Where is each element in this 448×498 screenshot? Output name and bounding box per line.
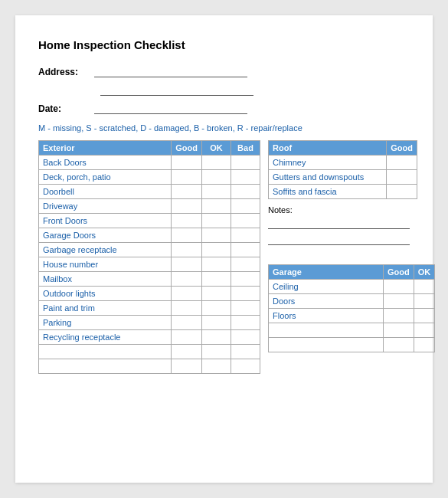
garage-good-cell[interactable] xyxy=(384,280,414,294)
table-row: Back Doors xyxy=(39,156,260,170)
exterior-item: Paint and trim xyxy=(39,301,172,316)
notes-line2[interactable] xyxy=(268,233,410,245)
garage-good-header: Good xyxy=(384,265,414,280)
garage-ok-cell[interactable] xyxy=(414,309,435,323)
exterior-bad-cell[interactable] xyxy=(231,272,260,287)
table-row: Garage Doors xyxy=(39,228,260,243)
exterior-ok-cell[interactable] xyxy=(202,301,231,316)
table-row xyxy=(269,338,435,352)
exterior-bad-cell[interactable] xyxy=(231,214,260,228)
exterior-ok-cell[interactable] xyxy=(202,359,231,374)
exterior-bad-cell[interactable] xyxy=(231,228,260,243)
exterior-bad-cell[interactable] xyxy=(231,257,260,272)
exterior-item-blank xyxy=(39,359,172,374)
table-row: House number xyxy=(39,257,260,272)
exterior-ok-cell[interactable] xyxy=(202,272,231,287)
exterior-good-cell[interactable] xyxy=(172,330,202,345)
garage-ok-cell[interactable] xyxy=(414,323,435,338)
table-row: Floors xyxy=(269,309,435,323)
exterior-ok-cell[interactable] xyxy=(202,330,231,345)
exterior-good-cell[interactable] xyxy=(172,170,202,185)
garage-item: Floors xyxy=(269,309,384,323)
garage-ok-header: OK xyxy=(414,265,435,280)
garage-header: Garage xyxy=(269,265,384,280)
exterior-bad-header: Bad xyxy=(231,141,260,156)
exterior-ok-cell[interactable] xyxy=(202,214,231,228)
exterior-item: Back Doors xyxy=(39,156,172,170)
address-row: Address: xyxy=(38,65,410,77)
exterior-bad-cell[interactable] xyxy=(231,243,260,257)
exterior-good-cell[interactable] xyxy=(172,287,202,301)
table-row: Gutters and downspouts xyxy=(269,170,417,185)
exterior-bad-cell[interactable] xyxy=(231,199,260,214)
address-line2[interactable] xyxy=(100,84,253,96)
exterior-good-cell[interactable] xyxy=(172,257,202,272)
exterior-bad-cell[interactable] xyxy=(231,185,260,199)
exterior-bad-cell[interactable] xyxy=(231,170,260,185)
roof-good-header: Good xyxy=(387,141,417,156)
garage-ok-cell[interactable] xyxy=(414,294,435,309)
table-row: Ceiling xyxy=(269,280,435,294)
exterior-good-cell[interactable] xyxy=(172,156,202,170)
exterior-ok-cell[interactable] xyxy=(202,170,231,185)
notes-line1[interactable] xyxy=(268,217,410,229)
exterior-item: Driveway xyxy=(39,199,172,214)
table-row: Deck, porch, patio xyxy=(39,170,260,185)
table-row: Parking xyxy=(39,316,260,330)
exterior-item: Doorbell xyxy=(39,185,172,199)
exterior-bad-cell[interactable] xyxy=(231,287,260,301)
exterior-good-cell[interactable] xyxy=(172,199,202,214)
table-row: Mailbox xyxy=(39,272,260,287)
table-row xyxy=(39,345,260,359)
exterior-item: House number xyxy=(39,257,172,272)
exterior-good-cell[interactable] xyxy=(172,345,202,359)
garage-good-cell[interactable] xyxy=(384,338,414,352)
date-line[interactable] xyxy=(94,102,247,114)
exterior-ok-cell[interactable] xyxy=(202,156,231,170)
roof-good-cell[interactable] xyxy=(387,156,417,170)
exterior-ok-cell[interactable] xyxy=(202,243,231,257)
exterior-good-cell[interactable] xyxy=(172,359,202,374)
table-row: Outdoor lights xyxy=(39,287,260,301)
garage-good-cell[interactable] xyxy=(384,309,414,323)
exterior-good-cell[interactable] xyxy=(172,214,202,228)
roof-good-cell[interactable] xyxy=(387,185,417,199)
exterior-good-cell[interactable] xyxy=(172,316,202,330)
exterior-bad-cell[interactable] xyxy=(231,301,260,316)
exterior-ok-cell[interactable] xyxy=(202,228,231,243)
garage-ok-cell[interactable] xyxy=(414,280,435,294)
exterior-bad-cell[interactable] xyxy=(231,316,260,330)
notes-label: Notes: xyxy=(268,205,435,215)
table-row: Doors xyxy=(269,294,435,309)
roof-good-cell[interactable] xyxy=(387,170,417,185)
address-line1[interactable] xyxy=(94,65,247,77)
exterior-ok-cell[interactable] xyxy=(202,257,231,272)
garage-ok-cell[interactable] xyxy=(414,338,435,352)
exterior-ok-cell[interactable] xyxy=(202,316,231,330)
exterior-bad-cell[interactable] xyxy=(231,345,260,359)
exterior-good-cell[interactable] xyxy=(172,243,202,257)
exterior-good-cell[interactable] xyxy=(172,301,202,316)
garage-table: Garage Good OK Ceiling Doors Floors xyxy=(268,264,435,352)
exterior-bad-cell[interactable] xyxy=(231,156,260,170)
table-row: Soffits and fascia xyxy=(269,185,417,199)
table-row xyxy=(39,359,260,374)
exterior-item: Deck, porch, patio xyxy=(39,170,172,185)
garage-item: Ceiling xyxy=(269,280,384,294)
exterior-bad-cell[interactable] xyxy=(231,330,260,345)
date-row: Date: xyxy=(38,102,410,114)
exterior-good-cell[interactable] xyxy=(172,272,202,287)
exterior-ok-cell[interactable] xyxy=(202,345,231,359)
exterior-good-cell[interactable] xyxy=(172,228,202,243)
garage-good-cell[interactable] xyxy=(384,294,414,309)
table-row xyxy=(269,323,435,338)
exterior-good-cell[interactable] xyxy=(172,185,202,199)
exterior-bad-cell[interactable] xyxy=(231,359,260,374)
exterior-ok-cell[interactable] xyxy=(202,199,231,214)
exterior-section: Exterior Good OK Bad Back Doors Deck, po… xyxy=(38,140,260,374)
exterior-ok-cell[interactable] xyxy=(202,287,231,301)
garage-good-cell[interactable] xyxy=(384,323,414,338)
exterior-ok-cell[interactable] xyxy=(202,185,231,199)
exterior-item-blank xyxy=(39,345,172,359)
exterior-item: Outdoor lights xyxy=(39,287,172,301)
